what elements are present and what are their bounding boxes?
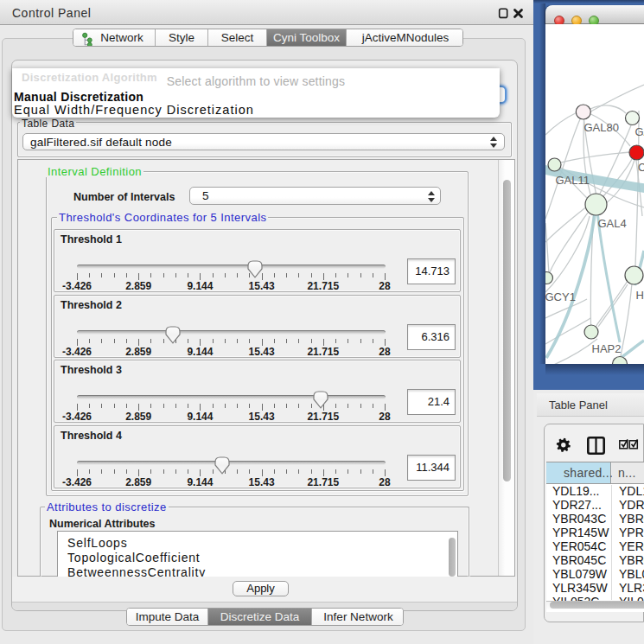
svg-text:H: H <box>636 289 644 302</box>
svg-text:GAL4: GAL4 <box>598 217 627 230</box>
svg-text:C: C <box>638 161 644 174</box>
svg-text:GA: GA <box>635 125 644 138</box>
svg-text:GCY1: GCY1 <box>545 290 576 303</box>
svg-text:HAP2: HAP2 <box>592 342 622 355</box>
svg-text:GAL11: GAL11 <box>556 174 590 187</box>
svg-text:GAL80: GAL80 <box>584 121 619 134</box>
